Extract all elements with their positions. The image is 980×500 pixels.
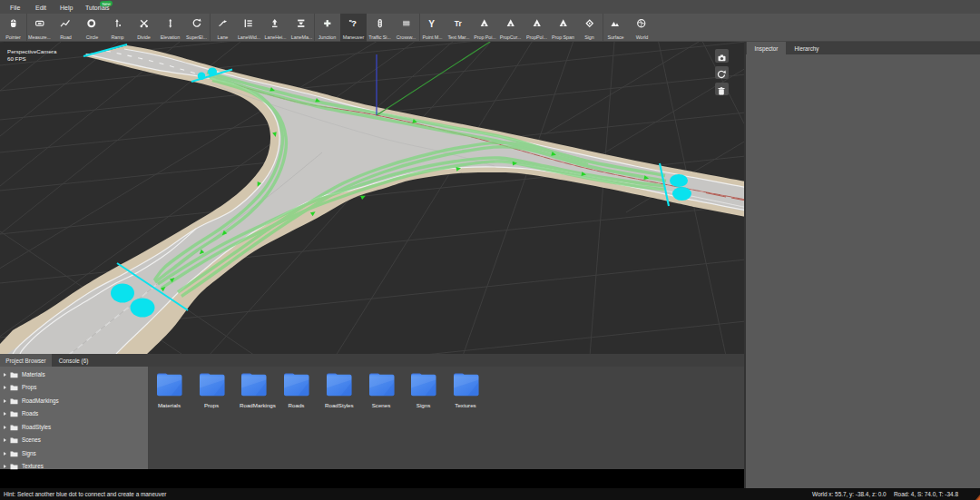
svg-text:Tr: Tr (455, 19, 463, 28)
svg-text:?: ? (351, 18, 357, 28)
svg-text:Y: Y (429, 19, 436, 29)
